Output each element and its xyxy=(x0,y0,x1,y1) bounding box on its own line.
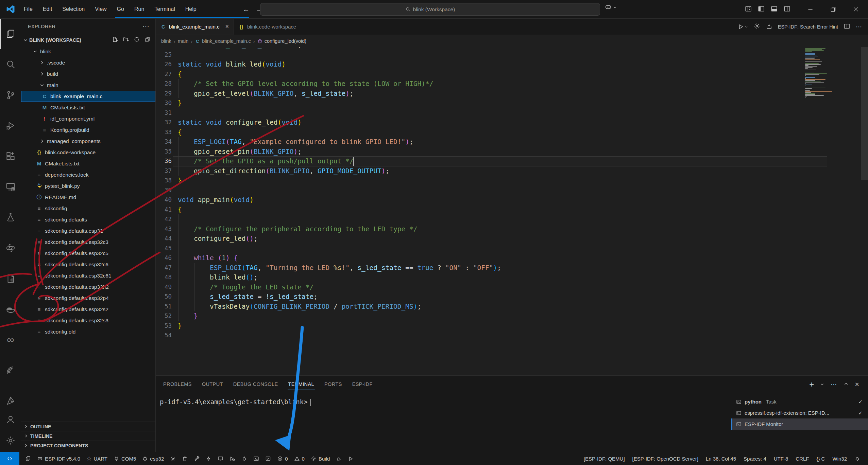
status-play[interactable] xyxy=(345,452,357,465)
panel-tab-terminal[interactable]: TERMINAL xyxy=(288,379,315,390)
menu-selection[interactable]: Selection xyxy=(58,4,89,14)
more-actions-icon[interactable]: ⋯ xyxy=(856,23,863,31)
panel-tab-debug-console[interactable]: DEBUG CONSOLE xyxy=(233,379,279,390)
refresh-explorer-button[interactable] xyxy=(134,36,140,43)
activity-python[interactable] xyxy=(0,233,21,263)
collapse-folders-button[interactable] xyxy=(144,36,151,43)
tree-file-sdkconfig.defaults.esp32c61[interactable]: ≡sdkconfig.defaults.esp32c61 xyxy=(21,270,155,281)
activity-run-and-debug[interactable] xyxy=(0,110,21,141)
tree-file-sdkconfig.old[interactable]: ≡sdkconfig.old xyxy=(21,326,155,337)
breadcrumb[interactable]: blink›main›Cblink_example_main.c›configu… xyxy=(156,35,868,47)
debug-run-button[interactable] xyxy=(738,23,748,30)
status-win32[interactable]: Win32 xyxy=(829,452,851,465)
tab-blink_example_main.c[interactable]: Cblink_example_main.c× xyxy=(156,19,234,35)
tree-folder-build[interactable]: build xyxy=(21,68,155,79)
activity-testing[interactable] xyxy=(0,202,21,233)
menu-run[interactable]: Run xyxy=(130,4,148,14)
tree-file-CMakeLists.txt[interactable]: MCMakeLists.txt xyxy=(21,158,155,169)
status-0[interactable]: 0 xyxy=(291,452,308,465)
status-bug[interactable] xyxy=(333,452,345,465)
status-zap[interactable] xyxy=(203,452,215,465)
menu-file[interactable]: File xyxy=(20,4,37,14)
new-terminal-button[interactable]: + xyxy=(809,380,814,389)
tab-blink.code-workspace[interactable]: {}blink.code-workspace xyxy=(234,19,301,35)
minimize-button[interactable] xyxy=(799,0,822,19)
status-uart[interactable]: ☆UART xyxy=(83,452,110,465)
status-terminal[interactable] xyxy=(250,452,262,465)
breadcrumb-item[interactable]: blink xyxy=(161,38,171,44)
panel-more-actions-icon[interactable]: ⋯ xyxy=(831,381,837,388)
copilot-button[interactable] xyxy=(605,3,617,11)
vscode-logo-icon[interactable] xyxy=(6,5,15,14)
tree-file-CMakeLists.txt[interactable]: MCMakeLists.txt xyxy=(21,102,155,113)
tree-folder-main[interactable]: main xyxy=(21,79,155,91)
layout-sidebar-button[interactable] xyxy=(758,5,765,14)
status-monitor[interactable] xyxy=(215,452,226,465)
tree-folder-blink[interactable]: blink xyxy=(21,46,155,57)
section-project-components[interactable]: PROJECT COMPONENTS xyxy=(21,441,155,450)
activity-cpp-tools[interactable] xyxy=(0,263,21,294)
activity-search[interactable] xyxy=(0,49,21,80)
status-build[interactable]: Build xyxy=(308,452,333,465)
tree-file-sdkconfig.defaults.esp32s3[interactable]: ≡sdkconfig.defaults.esp32s3 xyxy=(21,315,155,326)
explorer-more-actions-icon[interactable]: ⋯ xyxy=(142,22,150,31)
command-center-search[interactable]: blink (Workspace) xyxy=(260,3,600,16)
terminal-item-python[interactable]: pythonTask✓ xyxy=(731,396,868,407)
status-ln-36-col-45[interactable]: Ln 36, Col 45 xyxy=(702,452,740,465)
status-gear[interactable] xyxy=(167,452,179,465)
tree-file-sdkconfig.defaults.esp32c6[interactable]: ≡sdkconfig.defaults.esp32c6 xyxy=(21,259,155,270)
activity-account[interactable] xyxy=(0,409,21,430)
status-esp-idf-qemu[interactable]: [ESP-IDF: QEMU] xyxy=(580,452,629,465)
breadcrumb-item[interactable]: Cblink_example_main.c xyxy=(195,38,251,44)
section-timeline[interactable]: TIMELINE xyxy=(21,431,155,441)
tree-file-Kconfig.projbuild[interactable]: ≡Kconfig.projbuild xyxy=(21,124,155,136)
tree-file-pytest_blink.py[interactable]: pytest_blink.py xyxy=(21,180,155,192)
status-utf-8[interactable]: UTF-8 xyxy=(770,452,792,465)
tree-file-sdkconfig.defaults.esp32c3[interactable]: ≡sdkconfig.defaults.esp32c3 xyxy=(21,236,155,248)
terminal-item-ESP-IDF Monitor[interactable]: ESP-IDF Monitor xyxy=(731,418,868,430)
status-c[interactable]: {} C xyxy=(813,452,829,465)
activity-settings[interactable] xyxy=(0,430,21,451)
tree-file-blink_example_main.c[interactable]: Cblink_example_main.c xyxy=(21,91,155,102)
panel-tab-ports[interactable]: PORTS xyxy=(324,379,343,390)
tree-file-blink.code-workspace[interactable]: {}blink.code-workspace xyxy=(21,147,155,158)
status-export[interactable] xyxy=(262,452,274,465)
close-window-button[interactable] xyxy=(845,0,867,19)
minimap[interactable] xyxy=(804,48,836,184)
status-crlf[interactable]: CRLF xyxy=(792,452,813,465)
status-bell[interactable] xyxy=(851,452,864,465)
status-esp-idf-openocd-server[interactable]: [ESP-IDF: OpenOCD Server] xyxy=(629,452,702,465)
terminal-output[interactable]: p-idf-v5.4\examples\get-started\blink> xyxy=(156,393,731,452)
tree-file-sdkconfig.defaults.esp32c5[interactable]: ≡sdkconfig.defaults.esp32c5 xyxy=(21,248,155,259)
status-com5[interactable]: COM5 xyxy=(110,452,139,465)
split-editor-button[interactable] xyxy=(844,23,850,31)
maximize-panel-icon[interactable] xyxy=(844,381,849,388)
layout-secondary-button[interactable] xyxy=(783,5,791,14)
tree-file-README.md[interactable]: ⓘREADME.md xyxy=(21,192,155,203)
section-outline[interactable]: OUTLINE xyxy=(21,422,155,431)
status-esp32[interactable]: esp32 xyxy=(139,452,167,465)
activity-remote-explorer[interactable] xyxy=(0,172,21,202)
esp-idf-search-error-hint-button[interactable]: ESP-IDF: Search Error Hint xyxy=(778,24,838,30)
status-esp-idf-v5.4.0[interactable]: ESP-IDF v5.4.0 xyxy=(34,452,83,465)
layout-customize-button[interactable] xyxy=(745,5,752,14)
panel-tab-problems[interactable]: PROBLEMS xyxy=(163,379,192,390)
panel-tab-output[interactable]: OUTPUT xyxy=(201,379,224,390)
menu-go[interactable]: Go xyxy=(113,4,128,14)
layout-panel-button[interactable] xyxy=(770,5,778,14)
tree-file-sdkconfig.defaults.esp32[interactable]: ≡sdkconfig.defaults.esp32 xyxy=(21,225,155,236)
tree-folder-.vscode[interactable]: .vscode xyxy=(21,57,155,68)
tree-file-idf_component.yml[interactable]: !idf_component.yml xyxy=(21,113,155,124)
status-wrench[interactable] xyxy=(191,452,203,465)
menu-help[interactable]: Help xyxy=(181,4,201,14)
tree-file-sdkconfig.defaults[interactable]: ≡sdkconfig.defaults xyxy=(21,214,155,225)
breadcrumb-item[interactable]: configure_led(void) xyxy=(257,38,306,44)
menu-edit[interactable]: Edit xyxy=(39,4,56,14)
status-spaces-4[interactable]: Spaces: 4 xyxy=(740,452,770,465)
tree-file-sdkconfig.defaults.esp32h2[interactable]: ≡sdkconfig.defaults.esp32h2 xyxy=(21,281,155,292)
activity-source-control[interactable] xyxy=(0,80,21,110)
menu-terminal[interactable]: Terminal xyxy=(150,4,179,14)
install-button[interactable] xyxy=(766,23,772,31)
status-debug-start[interactable] xyxy=(226,452,238,465)
close-panel-icon[interactable]: × xyxy=(855,380,859,389)
